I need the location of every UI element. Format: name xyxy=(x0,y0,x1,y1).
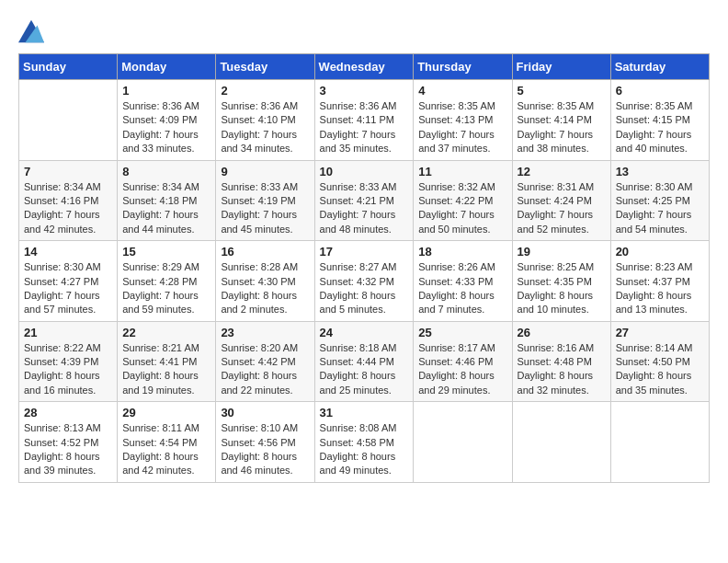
day-number: 2 xyxy=(221,84,309,98)
calendar-cell: 8Sunrise: 8:34 AMSunset: 4:18 PMDaylight… xyxy=(118,160,216,241)
calendar-cell: 26Sunrise: 8:16 AMSunset: 4:48 PMDayligh… xyxy=(512,321,610,402)
day-number: 29 xyxy=(122,406,210,419)
calendar-week-row: 7Sunrise: 8:34 AMSunset: 4:16 PMDaylight… xyxy=(19,160,710,241)
day-detail: Sunrise: 8:33 AMSunset: 4:21 PMDaylight:… xyxy=(320,180,409,237)
day-detail: Sunrise: 8:28 AMSunset: 4:30 PMDaylight:… xyxy=(221,260,309,317)
day-detail: Sunrise: 8:22 AMSunset: 4:39 PMDaylight:… xyxy=(24,341,112,398)
day-number: 22 xyxy=(122,326,210,339)
day-number: 4 xyxy=(418,84,506,98)
day-number: 26 xyxy=(518,326,606,339)
day-number: 8 xyxy=(122,165,210,178)
day-number: 24 xyxy=(320,326,409,339)
day-detail: Sunrise: 8:30 AMSunset: 4:25 PMDaylight:… xyxy=(616,180,704,237)
calendar-week-row: 28Sunrise: 8:13 AMSunset: 4:52 PMDayligh… xyxy=(19,402,710,483)
calendar-cell: 3Sunrise: 8:36 AMSunset: 4:11 PMDaylight… xyxy=(314,80,414,161)
day-number: 7 xyxy=(24,165,112,178)
day-number: 30 xyxy=(221,406,309,419)
calendar-cell xyxy=(512,402,610,483)
calendar-cell: 28Sunrise: 8:13 AMSunset: 4:52 PMDayligh… xyxy=(19,402,118,483)
calendar-cell: 31Sunrise: 8:08 AMSunset: 4:58 PMDayligh… xyxy=(314,402,414,483)
calendar-cell: 27Sunrise: 8:14 AMSunset: 4:50 PMDayligh… xyxy=(610,321,709,402)
day-detail: Sunrise: 8:26 AMSunset: 4:33 PMDaylight:… xyxy=(418,260,506,317)
day-number: 18 xyxy=(418,245,506,259)
day-detail: Sunrise: 8:35 AMSunset: 4:13 PMDaylight:… xyxy=(418,99,506,156)
calendar-cell: 13Sunrise: 8:30 AMSunset: 4:25 PMDayligh… xyxy=(610,160,709,241)
calendar-cell: 16Sunrise: 8:28 AMSunset: 4:30 PMDayligh… xyxy=(216,241,314,322)
day-number: 12 xyxy=(518,165,606,178)
day-detail: Sunrise: 8:35 AMSunset: 4:14 PMDaylight:… xyxy=(518,99,606,156)
day-number: 19 xyxy=(518,245,606,259)
day-detail: Sunrise: 8:29 AMSunset: 4:28 PMDaylight:… xyxy=(122,260,210,317)
day-number: 14 xyxy=(24,245,112,259)
day-number: 16 xyxy=(221,245,309,259)
header-tuesday: Tuesday xyxy=(216,54,314,80)
calendar-cell: 18Sunrise: 8:26 AMSunset: 4:33 PMDayligh… xyxy=(414,241,512,322)
day-number: 20 xyxy=(616,245,704,259)
calendar-cell: 17Sunrise: 8:27 AMSunset: 4:32 PMDayligh… xyxy=(314,241,414,322)
day-detail: Sunrise: 8:10 AMSunset: 4:56 PMDaylight:… xyxy=(221,421,309,478)
day-detail: Sunrise: 8:34 AMSunset: 4:18 PMDaylight:… xyxy=(122,180,210,237)
calendar-cell: 24Sunrise: 8:18 AMSunset: 4:44 PMDayligh… xyxy=(314,321,414,402)
day-number: 6 xyxy=(616,84,704,98)
day-detail: Sunrise: 8:14 AMSunset: 4:50 PMDaylight:… xyxy=(616,341,704,398)
day-detail: Sunrise: 8:34 AMSunset: 4:16 PMDaylight:… xyxy=(24,180,112,237)
calendar-cell: 29Sunrise: 8:11 AMSunset: 4:54 PMDayligh… xyxy=(118,402,216,483)
calendar-cell: 23Sunrise: 8:20 AMSunset: 4:42 PMDayligh… xyxy=(216,321,314,402)
calendar-cell: 5Sunrise: 8:35 AMSunset: 4:14 PMDaylight… xyxy=(512,80,610,161)
day-number: 28 xyxy=(24,406,112,419)
day-number: 31 xyxy=(320,406,409,419)
calendar-cell: 22Sunrise: 8:21 AMSunset: 4:41 PMDayligh… xyxy=(118,321,216,402)
calendar-week-row: 1Sunrise: 8:36 AMSunset: 4:09 PMDaylight… xyxy=(19,80,710,161)
calendar-cell: 4Sunrise: 8:35 AMSunset: 4:13 PMDaylight… xyxy=(414,80,512,161)
calendar-cell: 7Sunrise: 8:34 AMSunset: 4:16 PMDaylight… xyxy=(19,160,118,241)
day-detail: Sunrise: 8:31 AMSunset: 4:24 PMDaylight:… xyxy=(518,180,606,237)
day-detail: Sunrise: 8:36 AMSunset: 4:10 PMDaylight:… xyxy=(221,99,309,156)
calendar-cell: 6Sunrise: 8:35 AMSunset: 4:15 PMDaylight… xyxy=(610,80,709,161)
calendar-week-row: 21Sunrise: 8:22 AMSunset: 4:39 PMDayligh… xyxy=(19,321,710,402)
calendar-table: SundayMondayTuesdayWednesdayThursdayFrid… xyxy=(18,53,710,483)
day-detail: Sunrise: 8:17 AMSunset: 4:46 PMDaylight:… xyxy=(418,341,506,398)
header-saturday: Saturday xyxy=(610,54,709,80)
calendar-cell xyxy=(414,402,512,483)
header-monday: Monday xyxy=(118,54,216,80)
calendar-cell: 2Sunrise: 8:36 AMSunset: 4:10 PMDaylight… xyxy=(216,80,314,161)
calendar-cell: 19Sunrise: 8:25 AMSunset: 4:35 PMDayligh… xyxy=(512,241,610,322)
calendar-cell: 25Sunrise: 8:17 AMSunset: 4:46 PMDayligh… xyxy=(414,321,512,402)
header-thursday: Thursday xyxy=(414,54,512,80)
calendar-cell: 14Sunrise: 8:30 AMSunset: 4:27 PMDayligh… xyxy=(19,241,118,322)
day-detail: Sunrise: 8:33 AMSunset: 4:19 PMDaylight:… xyxy=(221,180,309,237)
day-number: 3 xyxy=(320,84,409,98)
day-detail: Sunrise: 8:36 AMSunset: 4:09 PMDaylight:… xyxy=(122,99,210,156)
day-detail: Sunrise: 8:30 AMSunset: 4:27 PMDaylight:… xyxy=(24,260,112,317)
calendar-cell: 15Sunrise: 8:29 AMSunset: 4:28 PMDayligh… xyxy=(118,241,216,322)
calendar-cell xyxy=(610,402,709,483)
day-detail: Sunrise: 8:18 AMSunset: 4:44 PMDaylight:… xyxy=(320,341,409,398)
day-detail: Sunrise: 8:35 AMSunset: 4:15 PMDaylight:… xyxy=(616,99,704,156)
header-friday: Friday xyxy=(512,54,610,80)
day-detail: Sunrise: 8:36 AMSunset: 4:11 PMDaylight:… xyxy=(320,99,409,156)
day-detail: Sunrise: 8:11 AMSunset: 4:54 PMDaylight:… xyxy=(122,421,210,478)
day-number: 13 xyxy=(616,165,704,178)
header-wednesday: Wednesday xyxy=(314,54,414,80)
calendar-cell: 11Sunrise: 8:32 AMSunset: 4:22 PMDayligh… xyxy=(414,160,512,241)
day-number: 27 xyxy=(616,326,704,339)
day-number: 10 xyxy=(320,165,409,178)
day-detail: Sunrise: 8:32 AMSunset: 4:22 PMDaylight:… xyxy=(418,180,506,237)
day-detail: Sunrise: 8:20 AMSunset: 4:42 PMDaylight:… xyxy=(221,341,309,398)
header-sunday: Sunday xyxy=(19,54,118,80)
calendar-cell: 9Sunrise: 8:33 AMSunset: 4:19 PMDaylight… xyxy=(216,160,314,241)
calendar-cell xyxy=(19,80,118,161)
day-number: 11 xyxy=(418,165,506,178)
day-number: 25 xyxy=(418,326,506,339)
logo-icon xyxy=(18,18,44,44)
day-detail: Sunrise: 8:23 AMSunset: 4:37 PMDaylight:… xyxy=(616,260,704,317)
calendar-header-row: SundayMondayTuesdayWednesdayThursdayFrid… xyxy=(19,54,710,80)
calendar-cell: 12Sunrise: 8:31 AMSunset: 4:24 PMDayligh… xyxy=(512,160,610,241)
day-detail: Sunrise: 8:08 AMSunset: 4:58 PMDaylight:… xyxy=(320,421,409,478)
day-number: 15 xyxy=(122,245,210,259)
day-detail: Sunrise: 8:16 AMSunset: 4:48 PMDaylight:… xyxy=(518,341,606,398)
day-number: 1 xyxy=(122,84,210,98)
day-number: 9 xyxy=(221,165,309,178)
day-number: 23 xyxy=(221,326,309,339)
day-detail: Sunrise: 8:21 AMSunset: 4:41 PMDaylight:… xyxy=(122,341,210,398)
